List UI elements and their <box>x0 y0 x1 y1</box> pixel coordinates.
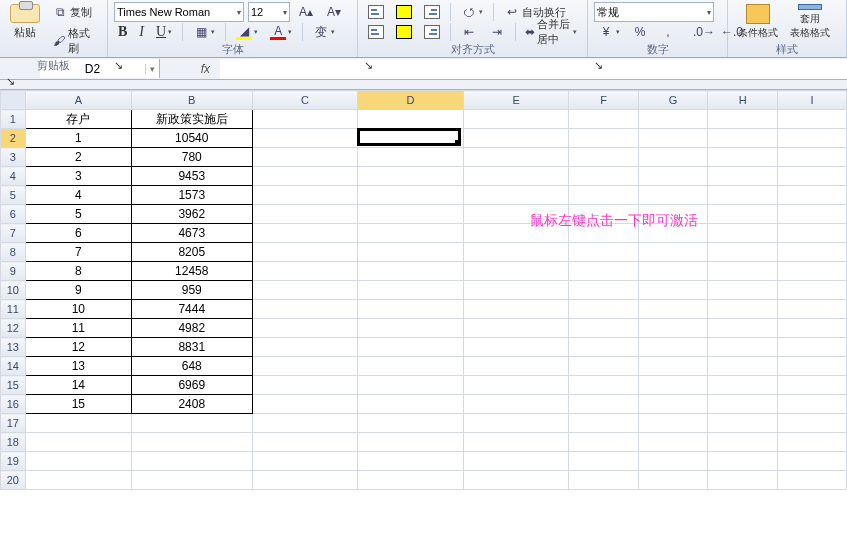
column-header-C[interactable]: C <box>252 91 358 110</box>
cell-C8[interactable] <box>252 243 358 262</box>
cell-G9[interactable] <box>638 262 708 281</box>
row-header-11[interactable]: 11 <box>1 300 26 319</box>
cell-G16[interactable] <box>638 395 708 414</box>
column-header-F[interactable]: F <box>569 91 638 110</box>
cell-E2[interactable] <box>463 129 569 148</box>
cell-C15[interactable] <box>252 376 358 395</box>
cell-H17[interactable] <box>708 414 778 433</box>
row-header-17[interactable]: 17 <box>1 414 26 433</box>
cell-F16[interactable] <box>569 395 638 414</box>
cell-G13[interactable] <box>638 338 708 357</box>
cell-B7[interactable]: 4673 <box>131 224 252 243</box>
cell-E9[interactable] <box>463 262 569 281</box>
cell-B4[interactable]: 9453 <box>131 167 252 186</box>
cell-D17[interactable] <box>358 414 464 433</box>
fill-color-button[interactable]: ◢▾ <box>232 22 262 42</box>
cell-E4[interactable] <box>463 167 569 186</box>
cell-E16[interactable] <box>463 395 569 414</box>
cell-B20[interactable] <box>131 471 252 490</box>
cell-C5[interactable] <box>252 186 358 205</box>
cell-B5[interactable]: 1573 <box>131 186 252 205</box>
cell-D2[interactable] <box>358 129 464 148</box>
cell-D18[interactable] <box>358 433 464 452</box>
column-header-B[interactable]: B <box>131 91 252 110</box>
align-center-button[interactable] <box>392 23 416 41</box>
cell-H9[interactable] <box>708 262 778 281</box>
cell-I14[interactable] <box>777 357 846 376</box>
cell-F12[interactable] <box>569 319 638 338</box>
cell-G8[interactable] <box>638 243 708 262</box>
cell-F8[interactable] <box>569 243 638 262</box>
cell-G3[interactable] <box>638 148 708 167</box>
row-header-5[interactable]: 5 <box>1 186 26 205</box>
cell-F20[interactable] <box>569 471 638 490</box>
increase-indent-button[interactable]: ⇥ <box>485 22 509 42</box>
cell-I6[interactable] <box>777 205 846 224</box>
cell-H1[interactable] <box>708 110 778 129</box>
cell-C17[interactable] <box>252 414 358 433</box>
font-family-combo[interactable]: ▾ <box>114 2 244 22</box>
cell-G4[interactable] <box>638 167 708 186</box>
table-format-button[interactable]: 套用 表格格式 <box>784 2 836 42</box>
cell-A18[interactable] <box>25 433 131 452</box>
cell-I16[interactable] <box>777 395 846 414</box>
cell-C1[interactable] <box>252 110 358 129</box>
cell-G12[interactable] <box>638 319 708 338</box>
cell-A5[interactable]: 4 <box>25 186 131 205</box>
cell-B19[interactable] <box>131 452 252 471</box>
row-header-7[interactable]: 7 <box>1 224 26 243</box>
cell-I18[interactable] <box>777 433 846 452</box>
cell-B14[interactable]: 648 <box>131 357 252 376</box>
cell-B15[interactable]: 6969 <box>131 376 252 395</box>
row-header-10[interactable]: 10 <box>1 281 26 300</box>
cell-D13[interactable] <box>358 338 464 357</box>
cell-D19[interactable] <box>358 452 464 471</box>
cell-F17[interactable] <box>569 414 638 433</box>
cell-D8[interactable] <box>358 243 464 262</box>
cell-A10[interactable]: 9 <box>25 281 131 300</box>
cell-A3[interactable]: 2 <box>25 148 131 167</box>
cell-B18[interactable] <box>131 433 252 452</box>
cell-I11[interactable] <box>777 300 846 319</box>
row-header-19[interactable]: 19 <box>1 452 26 471</box>
row-header-20[interactable]: 20 <box>1 471 26 490</box>
cell-A19[interactable] <box>25 452 131 471</box>
comma-button[interactable]: , <box>656 22 680 42</box>
cell-B17[interactable] <box>131 414 252 433</box>
cell-I3[interactable] <box>777 148 846 167</box>
align-left-button[interactable] <box>364 23 388 41</box>
cell-C9[interactable] <box>252 262 358 281</box>
cell-H4[interactable] <box>708 167 778 186</box>
cell-A20[interactable] <box>25 471 131 490</box>
alignment-dialog-launcher[interactable]: ↘ <box>364 59 581 72</box>
column-header-G[interactable]: G <box>638 91 708 110</box>
cell-C18[interactable] <box>252 433 358 452</box>
shrink-font-button[interactable]: A▾ <box>322 2 346 22</box>
cell-H15[interactable] <box>708 376 778 395</box>
row-header-1[interactable]: 1 <box>1 110 26 129</box>
cell-C19[interactable] <box>252 452 358 471</box>
cell-G14[interactable] <box>638 357 708 376</box>
currency-button[interactable]: ¥▾ <box>594 22 624 42</box>
cell-A1[interactable]: 存户 <box>25 110 131 129</box>
cell-E19[interactable] <box>463 452 569 471</box>
cell-A7[interactable]: 6 <box>25 224 131 243</box>
font-dialog-launcher[interactable]: ↘ <box>114 59 351 72</box>
number-format-combo[interactable]: ▾ <box>594 2 714 22</box>
row-header-18[interactable]: 18 <box>1 433 26 452</box>
cell-G1[interactable] <box>638 110 708 129</box>
cell-F9[interactable] <box>569 262 638 281</box>
column-header-D[interactable]: D <box>358 91 464 110</box>
cell-I9[interactable] <box>777 262 846 281</box>
cell-D4[interactable] <box>358 167 464 186</box>
font-color-button[interactable]: A▾ <box>266 22 296 42</box>
row-header-16[interactable]: 16 <box>1 395 26 414</box>
cell-C10[interactable] <box>252 281 358 300</box>
font-size-input[interactable] <box>251 6 281 18</box>
cell-B3[interactable]: 780 <box>131 148 252 167</box>
select-all-corner[interactable] <box>1 91 26 110</box>
cell-A16[interactable]: 15 <box>25 395 131 414</box>
cell-G19[interactable] <box>638 452 708 471</box>
cell-D5[interactable] <box>358 186 464 205</box>
cell-E11[interactable] <box>463 300 569 319</box>
